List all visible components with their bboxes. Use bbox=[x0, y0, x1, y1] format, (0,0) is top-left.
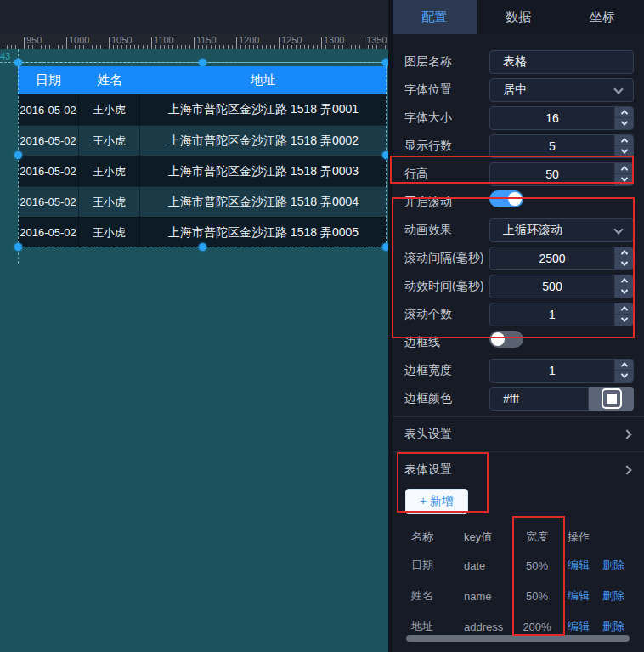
layer-name-value: 表格 bbox=[503, 54, 527, 70]
scroll-enabled-label: 开启滚动 bbox=[404, 195, 489, 210]
animation-effect-value: 上循环滚动 bbox=[503, 223, 562, 238]
font-position-select[interactable]: 居中 bbox=[489, 78, 634, 102]
border-width-step-up[interactable] bbox=[615, 360, 633, 371]
table-widget-header-cell: 地址 bbox=[140, 66, 387, 94]
table-widget-cell: 2016-05-02 bbox=[18, 94, 79, 125]
ruler-tick bbox=[147, 45, 148, 49]
layer-name-control: 表格 bbox=[489, 50, 634, 74]
animation-time-step-down[interactable] bbox=[615, 286, 633, 298]
row-height-input[interactable]: 50 bbox=[489, 162, 634, 186]
border-width-step-down[interactable] bbox=[615, 370, 633, 382]
scroll-interval-input[interactable]: 2500 bbox=[489, 247, 634, 270]
scroll-enabled-toggle[interactable] bbox=[489, 190, 523, 207]
chevron-right-icon bbox=[622, 465, 631, 474]
animation-effect-select[interactable]: 上循环滚动 bbox=[489, 218, 634, 242]
ruler-major-tick bbox=[194, 37, 195, 49]
edit-link[interactable]: 编辑 bbox=[568, 588, 590, 604]
scroll-interval-step-down[interactable] bbox=[615, 258, 633, 269]
delete-link[interactable]: 删除 bbox=[602, 588, 624, 604]
scroll-count-input[interactable]: 1 bbox=[489, 303, 634, 326]
ruler-tick-label: 1250 bbox=[281, 35, 302, 45]
ruler-tick bbox=[28, 45, 29, 49]
table-widget-row: 2016-05-02王小虎上海市普陀区金沙江路 1518 弄0004 bbox=[18, 186, 387, 217]
color-swatch-button[interactable] bbox=[589, 387, 634, 411]
ruler-major-tick bbox=[236, 37, 237, 49]
tab-配置[interactable]: 配置 bbox=[393, 0, 477, 34]
display-rows-step-up[interactable] bbox=[615, 135, 633, 146]
animation-time-step-up[interactable] bbox=[615, 275, 633, 286]
column-header-3: 操作 bbox=[559, 530, 644, 545]
ruler-tick bbox=[126, 45, 127, 49]
field-row-animation-time: 动效时间(毫秒)500 bbox=[393, 272, 644, 300]
ruler-tick bbox=[198, 45, 199, 49]
tab-坐标[interactable]: 坐标 bbox=[560, 0, 644, 34]
ruler-tick bbox=[20, 45, 20, 49]
chevron-up-icon bbox=[620, 110, 627, 116]
field-row-row-height: 行高50 bbox=[393, 160, 644, 188]
toggle-knob bbox=[491, 332, 505, 346]
ruler-tick bbox=[385, 45, 386, 49]
ruler-tick bbox=[270, 45, 271, 49]
edit-link[interactable]: 编辑 bbox=[568, 558, 590, 573]
display-rows-input[interactable]: 5 bbox=[489, 134, 634, 158]
border-width-stepper bbox=[614, 360, 633, 382]
column-header-2: 宽度 bbox=[515, 530, 559, 545]
table-widget-cell: 王小虎 bbox=[79, 94, 140, 125]
ruler-tick bbox=[96, 45, 97, 49]
scroll-count-step-down[interactable] bbox=[615, 314, 633, 326]
horizontal-scrollbar[interactable] bbox=[406, 635, 630, 642]
ruler-tick bbox=[164, 45, 165, 49]
panel-tabbar: 配置数据坐标 bbox=[393, 0, 644, 34]
ruler-tick bbox=[257, 45, 258, 49]
animation-effect-control: 上循环滚动 bbox=[489, 218, 634, 242]
field-row-border-color: 边框颜色#fff bbox=[393, 384, 644, 412]
font-position-label: 字体位置 bbox=[404, 82, 489, 98]
chevron-right-icon bbox=[622, 429, 631, 439]
animation-effect-label: 动画效果 bbox=[404, 223, 489, 238]
ruler-major-tick bbox=[321, 37, 322, 49]
edit-link[interactable]: 编辑 bbox=[568, 619, 590, 634]
ruler-tick bbox=[79, 45, 80, 49]
scroll-interval-step-up[interactable] bbox=[615, 247, 633, 258]
layer-name-input[interactable]: 表格 bbox=[489, 50, 634, 74]
scroll-count-step-up[interactable] bbox=[615, 303, 633, 315]
delete-link[interactable]: 删除 bbox=[602, 619, 624, 634]
layer-name-label: 图层名称 bbox=[404, 54, 489, 70]
ruler-tick bbox=[134, 45, 135, 49]
section-body-settings[interactable]: 表体设置 bbox=[393, 456, 644, 484]
table-widget[interactable]: 日期姓名地址2016-05-02王小虎上海市普陀区金沙江路 1518 弄0001… bbox=[18, 66, 387, 247]
border-width-input[interactable]: 1 bbox=[489, 359, 634, 383]
font-size-step-down[interactable] bbox=[615, 117, 633, 129]
border-line-toggle[interactable] bbox=[489, 331, 523, 348]
delete-link[interactable]: 删除 bbox=[602, 558, 624, 573]
ruler-tick bbox=[351, 45, 352, 49]
ruler-tick bbox=[206, 45, 207, 49]
table-widget-cell: 上海市普陀区金沙江路 1518 弄0003 bbox=[140, 156, 387, 186]
scroll-interval-stepper bbox=[614, 247, 633, 269]
canvas-viewport[interactable]: 95010001050110011501200125013001350 43 日… bbox=[0, 0, 388, 652]
add-column-button[interactable]: + 新增 bbox=[405, 489, 468, 514]
font-size-step-up[interactable] bbox=[615, 107, 633, 118]
color-swatch-icon bbox=[602, 388, 622, 409]
tab-数据[interactable]: 数据 bbox=[477, 0, 561, 34]
font-size-input[interactable]: 16 bbox=[489, 106, 634, 130]
animation-time-input[interactable]: 500 bbox=[489, 275, 634, 298]
ruler-tick bbox=[92, 45, 93, 49]
section-header-settings[interactable]: 表头设置 bbox=[393, 420, 644, 448]
row-height-step-down[interactable] bbox=[615, 173, 633, 185]
ruler-tick bbox=[300, 45, 301, 49]
ruler-tick bbox=[368, 45, 369, 49]
table-widget-cell: 2016-05-02 bbox=[18, 187, 79, 217]
display-rows-step-down[interactable] bbox=[615, 145, 633, 157]
ruler-tick bbox=[240, 45, 241, 49]
chevron-up-icon bbox=[620, 138, 627, 145]
ruler-tick bbox=[185, 45, 186, 49]
border-color-label: 边框颜色 bbox=[404, 391, 489, 406]
row-height-step-up[interactable] bbox=[615, 163, 633, 174]
ruler-tick bbox=[330, 45, 330, 49]
border-color-input[interactable]: #fff bbox=[489, 387, 589, 411]
ruler-tick bbox=[287, 45, 288, 49]
font-position-control: 居中 bbox=[489, 78, 634, 102]
column-config-row: 姓名name50%编辑删除 bbox=[393, 581, 644, 611]
field-row-scroll-interval: 滚动间隔(毫秒)2500 bbox=[393, 244, 644, 272]
